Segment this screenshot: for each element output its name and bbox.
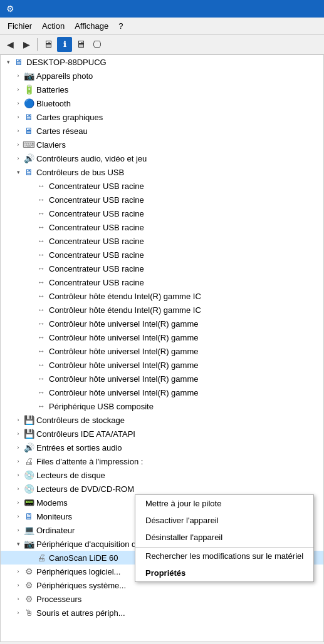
- label-usb14: Contrôleur hôte universel Intel(R) gamme: [49, 360, 198, 370]
- label-usb5: Concentrateur USB racine: [49, 237, 144, 246]
- label-usb11: Contrôleur hôte universel Intel(R) gamme: [49, 319, 198, 329]
- tree-item-cartes_res[interactable]: ›🖥Cartes réseau: [1, 124, 323, 138]
- expander-entrees_sorties[interactable]: ›: [13, 444, 23, 451]
- expander-bluetooth[interactable]: ›: [13, 100, 23, 106]
- context-item-disable[interactable]: Désactiver l'appareil: [135, 512, 313, 529]
- menu-item-fichier[interactable]: Fichier: [3, 19, 37, 33]
- icon-appareils: 📷: [23, 70, 34, 81]
- tree-item-root[interactable]: ▾🖥DESKTOP-88DPUCG: [1, 55, 323, 69]
- tree-item-usb3[interactable]: ↔Concentrateur USB racine: [1, 207, 323, 220]
- menu-item-?[interactable]: ?: [113, 19, 128, 33]
- icon-usb15: ↔: [36, 373, 47, 384]
- expander-batteries[interactable]: ›: [13, 86, 23, 93]
- tree-item-usb12[interactable]: ↔Contrôleur hôte universel Intel(R) gamm…: [1, 330, 323, 344]
- tree-item-controleurs_usb[interactable]: ▾🖥Contrôleurs de bus USB: [1, 165, 323, 179]
- tree-item-usb4[interactable]: ↔Concentrateur USB racine: [1, 220, 323, 234]
- context-item-scan[interactable]: Rechercher les modifications sur le maté…: [135, 547, 313, 565]
- monitor-button[interactable]: 🖵: [90, 37, 105, 52]
- tree-item-batteries[interactable]: ›🔋Batteries: [1, 83, 323, 96]
- icon-lecteurs_dvd: 💿: [23, 483, 34, 494]
- expander-lecteurs_dvd[interactable]: ›: [13, 486, 23, 492]
- icon-cartes_res: 🖥: [23, 125, 34, 136]
- tree-item-usb5[interactable]: ↔Concentrateur USB racine: [1, 234, 323, 248]
- context-item-properties[interactable]: Propriétés: [135, 565, 313, 581]
- tree-item-entrees_sorties[interactable]: ›🔊Entrées et sorties audio: [1, 441, 323, 454]
- expander-cartes_res[interactable]: ›: [13, 128, 23, 134]
- icon-usb7: ↔: [36, 263, 47, 274]
- expander-ordinateur[interactable]: ›: [13, 527, 23, 533]
- tree-item-usb7[interactable]: ↔Concentrateur USB racine: [1, 262, 323, 275]
- screen-button[interactable]: 🖥: [73, 37, 88, 52]
- tree-item-usb6[interactable]: ↔Concentrateur USB racine: [1, 248, 323, 262]
- expander-ctrl_ide[interactable]: ›: [13, 431, 23, 437]
- context-item-update[interactable]: Mettre à jour le pilote: [135, 495, 313, 512]
- tree-item-lecteurs_disque[interactable]: ›💿Lecteurs de disque: [1, 468, 323, 482]
- label-root: DESKTOP-88DPUCG: [26, 58, 107, 67]
- forward-button[interactable]: ▶: [19, 37, 34, 52]
- icon-claviers: ⌨: [23, 139, 34, 150]
- label-ctrl_stockage: Contrôleurs de stockage: [36, 416, 125, 425]
- expander-modems[interactable]: ›: [13, 499, 23, 506]
- icon-usb6: ↔: [36, 249, 47, 260]
- tree-item-processeurs[interactable]: ›⚙Processeurs: [1, 592, 323, 606]
- tree-item-files_attente[interactable]: ›🖨Files d'attente à l'impression :: [1, 454, 323, 468]
- expander-processeurs[interactable]: ›: [13, 596, 23, 602]
- expander-peri_images[interactable]: ▾: [13, 541, 23, 547]
- tree-item-ctrl_stockage[interactable]: ›💾Contrôleurs de stockage: [1, 413, 323, 427]
- tree-item-usb10[interactable]: ↔Contrôleur hôte étendu Intel(R) gamme I…: [1, 303, 323, 317]
- tree-item-usb11[interactable]: ↔Contrôleur hôte universel Intel(R) gamm…: [1, 317, 323, 330]
- expander-cartes_graph[interactable]: ›: [13, 114, 23, 120]
- expander-lecteurs_disque[interactable]: ›: [13, 472, 23, 478]
- expander-appareils[interactable]: ›: [13, 73, 23, 79]
- menu-item-action[interactable]: Action: [37, 19, 70, 33]
- tree-item-claviers[interactable]: ›⌨Claviers: [1, 138, 323, 151]
- expander-ctrl_stockage[interactable]: ›: [13, 417, 23, 423]
- icon-moniteurs: 🖥: [23, 511, 34, 522]
- tree-item-usb13[interactable]: ↔Contrôleur hôte universel Intel(R) gamm…: [1, 344, 323, 358]
- label-usb7: Concentrateur USB racine: [49, 264, 144, 273]
- tree-item-cartes_graph[interactable]: ›🖥Cartes graphiques: [1, 110, 323, 124]
- label-peri_logiciel: Périphériques logiciel...: [36, 567, 120, 576]
- expander-peri_logiciel[interactable]: ›: [13, 568, 23, 575]
- expander-moniteurs[interactable]: ›: [13, 513, 23, 519]
- label-souris: Souris et autres périph...: [36, 608, 125, 618]
- expander-files_attente[interactable]: ›: [13, 458, 23, 464]
- tree-item-souris[interactable]: ›🖱Souris et autres périph...: [1, 606, 323, 620]
- menu-item-affichage[interactable]: Affichage: [70, 19, 113, 33]
- icon-peri_logiciel: ⚙: [23, 566, 34, 577]
- tree-item-ctrl_ide[interactable]: ›💾Contrôleurs IDE ATA/ATAPI: [1, 427, 323, 441]
- expander-souris[interactable]: ›: [13, 610, 23, 616]
- icon-bluetooth: 🔵: [23, 98, 34, 109]
- expander-controleurs_usb[interactable]: ▾: [13, 169, 23, 175]
- label-cartes_res: Cartes réseau: [36, 126, 88, 136]
- label-claviers: Claviers: [36, 140, 66, 150]
- computer-button[interactable]: 🖥: [41, 37, 56, 52]
- tree-item-appareils[interactable]: ›📷Appareils photo: [1, 69, 323, 83]
- tree-item-usb9[interactable]: ↔Contrôleur hôte étendu Intel(R) gamme I…: [1, 289, 323, 303]
- tree-item-usb17[interactable]: ↔Périphérique USB composite: [1, 399, 323, 413]
- context-item-uninstall[interactable]: Désinstaller l'appareil: [135, 529, 313, 546]
- tree-item-usb8[interactable]: ↔Concentrateur USB racine: [1, 275, 323, 289]
- label-usb1: Concentrateur USB racine: [49, 181, 144, 191]
- expander-controleurs_audio[interactable]: ›: [13, 155, 23, 161]
- expander-claviers[interactable]: ›: [13, 141, 23, 148]
- label-canoscan: CanoScan LiDE 60: [49, 553, 118, 563]
- tree-item-controleurs_audio[interactable]: ›🔊Contrôleurs audio, vidéo et jeu: [1, 151, 323, 165]
- expander-peri_systeme[interactable]: ›: [13, 582, 23, 588]
- icon-souris: 🖱: [23, 607, 34, 618]
- tree-item-usb15[interactable]: ↔Contrôleur hôte universel Intel(R) gamm…: [1, 372, 323, 386]
- tree-item-bluetooth[interactable]: ›🔵Bluetooth: [1, 96, 323, 110]
- tree-item-usb16[interactable]: ↔Contrôleur hôte universel Intel(R) gamm…: [1, 386, 323, 399]
- tree-item-usb1[interactable]: ↔Concentrateur USB racine: [1, 179, 323, 193]
- tree-item-usb14[interactable]: ↔Contrôleur hôte universel Intel(R) gamm…: [1, 358, 323, 372]
- tree-item-usb2[interactable]: ↔Concentrateur USB racine: [1, 193, 323, 207]
- icon-modems: 📟: [23, 497, 34, 508]
- expander-root[interactable]: ▾: [3, 59, 13, 65]
- back-button[interactable]: ◀: [3, 37, 18, 52]
- label-usb6: Concentrateur USB racine: [49, 250, 144, 260]
- icon-usb8: ↔: [36, 277, 47, 288]
- icon-entrees_sorties: 🔊: [23, 442, 34, 453]
- tree-item-lecteurs_dvd[interactable]: ›💿Lecteurs de DVD/CD-ROM: [1, 482, 323, 496]
- info-button[interactable]: ℹ: [57, 37, 72, 52]
- icon-cartes_graph: 🖥: [23, 111, 34, 123]
